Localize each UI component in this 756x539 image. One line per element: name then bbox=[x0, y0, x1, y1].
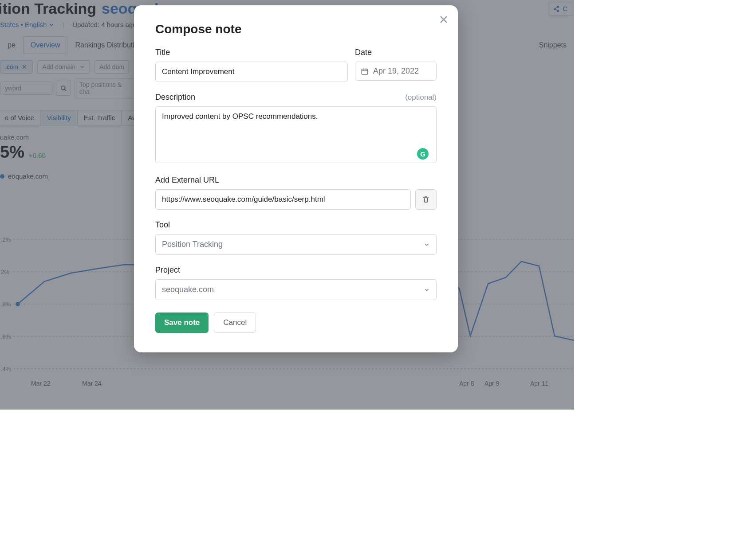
project-select[interactable]: seoquake.com bbox=[155, 279, 437, 300]
compose-note-modal: Compose note Title Date Apr 19, 2022 Des… bbox=[134, 5, 458, 352]
tool-label: Tool bbox=[155, 220, 437, 230]
chevron-down-icon bbox=[424, 242, 430, 248]
description-input[interactable] bbox=[155, 106, 437, 163]
close-button[interactable] bbox=[438, 14, 449, 27]
svg-rect-18 bbox=[362, 69, 368, 74]
modal-heading: Compose note bbox=[155, 22, 437, 36]
optional-label: (optional) bbox=[405, 93, 437, 102]
title-label: Title bbox=[155, 48, 348, 57]
calendar-icon bbox=[361, 67, 369, 75]
project-value: seoquake.com bbox=[162, 285, 214, 294]
tool-value: Position Tracking bbox=[162, 240, 223, 249]
project-label: Project bbox=[155, 266, 437, 275]
delete-url-button[interactable] bbox=[415, 189, 437, 210]
date-input[interactable]: Apr 19, 2022 bbox=[355, 62, 437, 81]
date-value: Apr 19, 2022 bbox=[373, 66, 419, 76]
grammarly-icon[interactable]: G bbox=[417, 148, 429, 160]
trash-icon bbox=[422, 195, 430, 203]
date-label: Date bbox=[355, 48, 437, 57]
description-label: Description bbox=[155, 93, 195, 102]
external-url-input[interactable] bbox=[155, 189, 411, 210]
cancel-button[interactable]: Cancel bbox=[214, 312, 256, 333]
external-url-label: Add External URL bbox=[155, 176, 437, 185]
save-note-button[interactable]: Save note bbox=[155, 312, 209, 333]
close-icon bbox=[438, 14, 449, 25]
title-input[interactable] bbox=[155, 62, 348, 82]
tool-select[interactable]: Position Tracking bbox=[155, 234, 437, 255]
chevron-down-icon bbox=[424, 287, 430, 293]
